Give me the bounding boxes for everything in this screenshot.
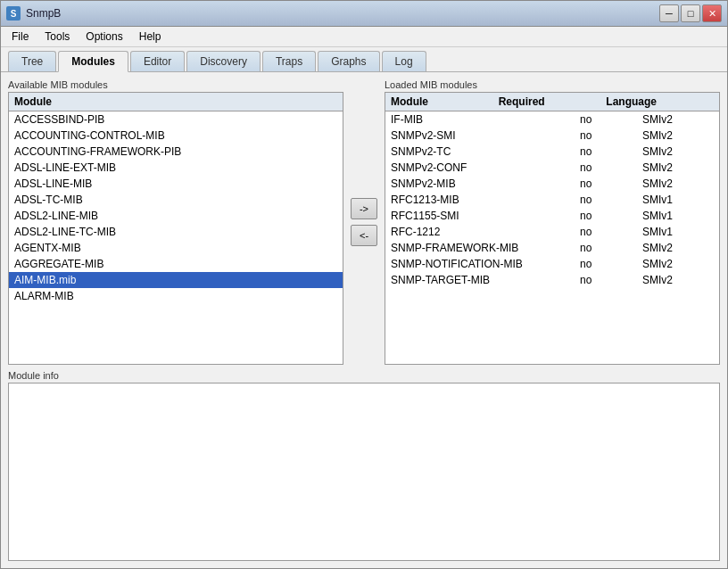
available-list-item[interactable]: ALARM-MIB [9,288,343,304]
loaded-item-language: SMIv1 [642,226,714,238]
available-list-item[interactable]: ADSL-LINE-MIB [9,176,343,192]
loaded-item-module: RFC1155-SMI [391,210,580,222]
tab-editor[interactable]: Editor [130,51,185,71]
available-panel-box: Module ACCESSBIND-PIBACCOUNTING-CONTROL-… [8,92,343,365]
loaded-list-item[interactable]: SNMPv2-SMInoSMIv2 [385,128,719,144]
menubar: File Tools Options Help [1,27,727,47]
loaded-item-language: SMIv2 [642,274,714,286]
loaded-item-module: SNMPv2-CONF [391,161,580,174]
loaded-item-required: no [580,242,642,254]
tab-tree[interactable]: Tree [8,51,56,71]
loaded-item-language: SMIv2 [642,177,714,190]
loaded-item-module: SNMP-TARGET-MIB [391,274,580,286]
loaded-item-language: SMIv2 [642,129,714,142]
transfer-buttons: -> <- [347,79,381,365]
available-label: Available MIB modules [8,79,343,90]
loaded-item-required: no [580,177,642,190]
maximize-button[interactable]: □ [681,4,700,22]
loaded-item-language: SMIv2 [642,113,714,126]
loaded-list-item[interactable]: SNMPv2-CONFnoSMIv2 [385,160,719,176]
loaded-header: Module Required Language [385,93,719,111]
tab-log[interactable]: Log [382,51,426,71]
close-button[interactable]: ✕ [702,4,722,22]
loaded-item-module: RFC-1212 [391,226,580,238]
loaded-item-language: SMIv2 [642,258,714,270]
available-list-item[interactable]: AIM-MIB.mib [9,272,343,288]
transfer-forward-button[interactable]: -> [351,198,377,219]
loaded-item-language: SMIv2 [642,242,714,254]
loaded-list-item[interactable]: SNMP-NOTIFICATION-MIBnoSMIv2 [385,256,719,272]
tab-discovery[interactable]: Discovery [186,51,261,71]
loaded-list-body[interactable]: IF-MIBnoSMIv2SNMPv2-SMInoSMIv2SNMPv2-TCn… [385,111,719,364]
loaded-item-module: SNMPv2-TC [391,145,580,158]
available-module-header: Module [14,95,337,108]
tab-modules[interactable]: Modules [58,51,128,72]
menu-options[interactable]: Options [79,29,129,45]
loaded-panel-box: Module Required Language IF-MIBnoSMIv2SN… [385,92,720,365]
tab-graphs[interactable]: Graphs [318,51,379,71]
window-title: SnmpB [26,7,654,20]
available-list-item[interactable]: ADSL-LINE-EXT-MIB [9,160,343,176]
loaded-list-item[interactable]: RFC-1212noSMIv1 [385,224,719,240]
loaded-list-item[interactable]: SNMP-FRAMEWORK-MIBnoSMIv2 [385,240,719,256]
tab-traps[interactable]: Traps [262,51,316,71]
minimize-button[interactable]: ─ [659,4,679,22]
loaded-list-item[interactable]: IF-MIBnoSMIv2 [385,111,719,128]
module-info-label: Module info [8,370,720,381]
available-list-item[interactable]: AGGREGATE-MIB [9,256,343,272]
loaded-item-required: no [580,113,642,126]
content-area: Available MIB modules Module ACCESSBIND-… [1,72,727,568]
loaded-list-item[interactable]: RFC1155-SMInoSMIv1 [385,208,719,224]
loaded-list-item[interactable]: SNMPv2-TCnoSMIv2 [385,144,719,160]
loaded-item-required: no [580,129,642,142]
available-header: Module [9,93,343,111]
loaded-list-item[interactable]: SNMPv2-MIBnoSMIv2 [385,176,719,192]
transfer-backward-button[interactable]: <- [351,225,377,246]
available-list-item[interactable]: ADSL2-LINE-TC-MIB [9,224,343,240]
available-list-item[interactable]: ACCESSBIND-PIB [9,111,343,128]
loaded-language-header: Language [606,95,714,108]
available-list-item[interactable]: ADSL2-LINE-MIB [9,208,343,224]
available-list-item[interactable]: AGENTX-MIB [9,240,343,256]
loaded-list-item[interactable]: SNMP-TARGET-MIBnoSMIv2 [385,272,719,288]
loaded-item-required: no [580,145,642,158]
app-icon: S [6,6,21,21]
loaded-module-header: Module [391,95,499,108]
loaded-item-module: SNMPv2-MIB [391,177,580,190]
loaded-item-required: no [580,274,642,286]
menu-help[interactable]: Help [132,29,169,45]
loaded-section: Loaded MIB modules Module Required Langu… [385,79,720,365]
loaded-required-header: Required [499,95,607,108]
main-window: S SnmpB ─ □ ✕ File Tools Options Help Tr… [0,0,728,569]
module-info-section: Module info [8,370,720,561]
loaded-list-item[interactable]: RFC1213-MIBnoSMIv1 [385,192,719,208]
loaded-item-language: SMIv2 [642,145,714,158]
menu-tools[interactable]: Tools [37,29,77,45]
loaded-item-required: no [580,226,642,238]
module-info-box [8,383,720,561]
loaded-item-required: no [580,194,642,206]
available-list-item[interactable]: ACCOUNTING-FRAMEWORK-PIB [9,144,343,160]
loaded-item-module: RFC1213-MIB [391,194,580,206]
loaded-item-module: SNMPv2-SMI [391,129,580,142]
loaded-item-language: SMIv1 [642,194,714,206]
loaded-item-required: no [580,210,642,222]
loaded-item-module: IF-MIB [391,113,580,126]
top-panels: Available MIB modules Module ACCESSBIND-… [8,79,720,365]
title-bar: S SnmpB ─ □ ✕ [1,1,727,27]
available-list-item[interactable]: ACCOUNTING-CONTROL-MIB [9,128,343,144]
loaded-item-module: SNMP-NOTIFICATION-MIB [391,258,580,270]
loaded-item-language: SMIv1 [642,210,714,222]
loaded-item-required: no [580,258,642,270]
available-section: Available MIB modules Module ACCESSBIND-… [8,79,343,365]
available-list-body[interactable]: ACCESSBIND-PIBACCOUNTING-CONTROL-MIBACCO… [9,111,343,364]
loaded-item-language: SMIv2 [642,161,714,174]
loaded-item-module: SNMP-FRAMEWORK-MIB [391,242,580,254]
menu-file[interactable]: File [4,29,36,45]
tabs-bar: Tree Modules Editor Discovery Traps Grap… [1,47,727,72]
window-controls: ─ □ ✕ [659,4,722,22]
loaded-label: Loaded MIB modules [385,79,720,90]
loaded-item-required: no [580,161,642,174]
available-list-item[interactable]: ADSL-TC-MIB [9,192,343,208]
